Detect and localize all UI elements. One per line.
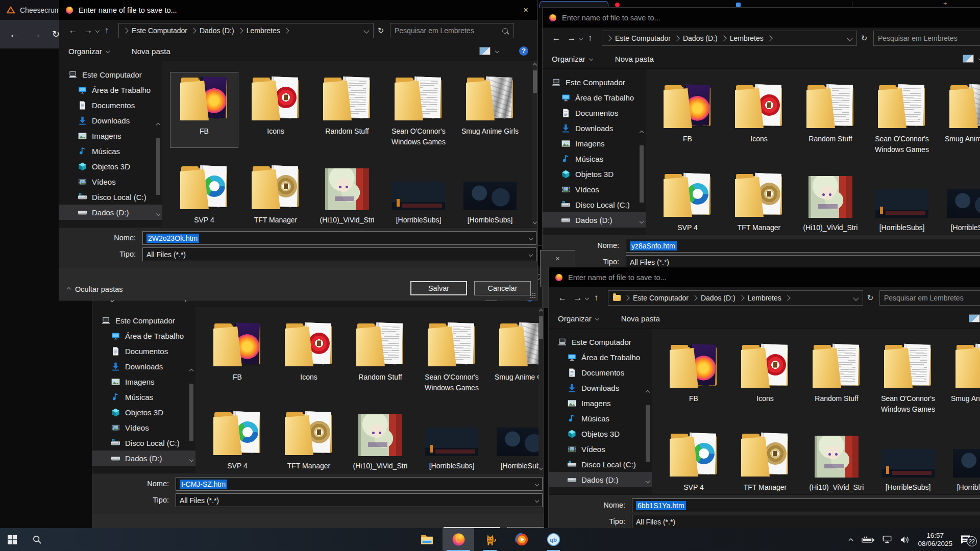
sidebar-item[interactable]: Disco Local (C:): [92, 435, 195, 450]
volume-icon[interactable]: [900, 536, 910, 544]
taskbar-clock[interactable]: 16:57 08/06/2025: [918, 532, 952, 548]
scroll-up-icon[interactable]: [156, 123, 160, 127]
start-button[interactable]: [0, 528, 24, 551]
file-item[interactable]: Icons: [731, 340, 799, 415]
sidebar-item[interactable]: Músicas: [549, 411, 652, 426]
breadcrumb-item[interactable]: Este Computador: [132, 27, 187, 35]
file-item[interactable]: Random Stuff: [803, 340, 870, 415]
sidebar-item[interactable]: Disco Local (C:): [549, 457, 652, 472]
file-item[interactable]: SVP 4: [170, 161, 238, 226]
sidebar-item[interactable]: Objetos 3D: [59, 159, 162, 174]
sidebar-item[interactable]: Dados (D:): [549, 472, 652, 487]
scroll-down-icon[interactable]: [189, 458, 193, 462]
resize-grip[interactable]: [530, 292, 536, 298]
sidebar-item[interactable]: Vídeos: [549, 441, 652, 457]
breadcrumb-item[interactable]: Este Computador: [633, 294, 689, 302]
file-item[interactable]: TFT Manager: [242, 161, 309, 226]
scrollbar-thumb[interactable]: [640, 145, 644, 203]
sidebar-item[interactable]: Disco Local (C:): [543, 197, 646, 212]
network-icon[interactable]: [882, 535, 893, 544]
sidebar-item[interactable]: Documentos: [549, 365, 652, 380]
search-input[interactable]: Pesquisar em Lembretes: [390, 23, 514, 38]
browser-reload-icon[interactable]: ↻: [52, 29, 60, 40]
organize-menu[interactable]: Organizar: [552, 55, 593, 63]
file-item[interactable]: Icons: [725, 80, 793, 155]
sidebar-item[interactable]: Documentos: [92, 343, 195, 359]
file-item[interactable]: FB: [654, 80, 721, 155]
filename-input[interactable]: I-CMJ-SZ.htm: [176, 477, 543, 491]
address-dropdown-chevron[interactable]: [847, 35, 852, 41]
close-icon[interactable]: ×: [520, 5, 531, 15]
taskbar-app[interactable]: [506, 528, 537, 551]
sidebar-item[interactable]: Imagens: [543, 136, 646, 151]
close-icon[interactable]: ×: [555, 254, 560, 263]
new-tab-icon[interactable]: +: [943, 0, 947, 7]
chevron-down-icon[interactable]: [535, 482, 539, 486]
breadcrumb-item[interactable]: Dados (D:): [200, 27, 234, 35]
organize-menu[interactable]: Organizar: [558, 314, 599, 323]
taskbar-app[interactable]: [411, 528, 443, 551]
sidebar-item[interactable]: Downloads: [543, 120, 646, 136]
breadcrumb-item[interactable]: Este Computador: [615, 34, 671, 42]
scroll-down-icon[interactable]: [640, 219, 644, 223]
file-item[interactable]: [HorribleSubs]: [940, 169, 980, 233]
breadcrumb-item[interactable]: Dados (D:): [683, 34, 718, 42]
filename-input[interactable]: yz8aSnfo.htm: [626, 239, 980, 253]
file-item[interactable]: FB: [660, 340, 727, 415]
view-options-icon[interactable]: [479, 47, 491, 55]
sidebar-scrollbar[interactable]: [189, 307, 194, 473]
sidebar-item[interactable]: Dados (D:): [543, 212, 646, 228]
sidebar-item[interactable]: Este Computador: [549, 334, 652, 349]
dialog-titlebar[interactable]: Enter name of file to save to... ×: [543, 8, 980, 28]
active-tab-outline[interactable]: [540, 1, 608, 8]
sidebar-item[interactable]: Este Computador: [59, 67, 162, 82]
file-item[interactable]: FB: [170, 72, 238, 147]
new-folder-button[interactable]: Nova pasta: [132, 47, 170, 56]
file-item[interactable]: (Hi10)_ViVid_Stri: [797, 169, 864, 233]
action-center-button[interactable]: 22: [960, 535, 971, 544]
sidebar-item[interactable]: Imagens: [59, 128, 162, 143]
file-item[interactable]: [HorribleSubs]: [946, 429, 980, 493]
sidebar-item[interactable]: Área de Trabalho: [543, 90, 646, 105]
address-bar[interactable]: Este Computador Dados (D:) Lembretes: [608, 290, 863, 306]
sidebar-item[interactable]: Disco Local (C:): [59, 189, 162, 205]
file-item[interactable]: TFT Manager: [275, 407, 342, 471]
scroll-up-icon[interactable]: [640, 131, 644, 135]
file-list-scrollbar[interactable]: [538, 307, 544, 473]
file-item[interactable]: Smug Anime Girls: [946, 340, 980, 415]
chevron-down-icon[interactable]: [529, 236, 533, 240]
file-item[interactable]: TFT Manager: [731, 429, 799, 493]
file-item[interactable]: [HorribleSubs]: [874, 429, 942, 493]
sidebar-item[interactable]: Objetos 3D: [92, 405, 195, 420]
sidebar-item[interactable]: Objetos 3D: [543, 166, 646, 182]
scroll-down-icon[interactable]: [156, 212, 160, 216]
sidebar-item[interactable]: Documentos: [543, 105, 646, 120]
dialog-titlebar[interactable]: Enter name of file to save to... ×: [59, 0, 537, 20]
organize-menu[interactable]: Organizar: [68, 47, 109, 56]
file-item[interactable]: SVP 4: [660, 429, 727, 493]
file-item[interactable]: [HorribleSubs]: [385, 161, 452, 226]
sidebar-item[interactable]: Downloads: [549, 380, 652, 395]
scroll-down-icon[interactable]: [533, 220, 537, 224]
address-bar[interactable]: Este Computador Dados (D:) Lembretes: [602, 31, 857, 46]
save-button[interactable]: Salvar: [410, 281, 467, 295]
taskbar-app[interactable]: [443, 528, 474, 551]
forward-button[interactable]: →: [570, 293, 585, 303]
taskbar-search-button[interactable]: [24, 528, 49, 551]
file-item[interactable]: Smug Anime Girls: [489, 318, 544, 393]
filetype-select[interactable]: All Files (*.*): [626, 255, 980, 269]
new-folder-button[interactable]: Nova pasta: [621, 314, 660, 323]
sidebar-item[interactable]: Área de Trabalho: [59, 82, 162, 97]
help-icon[interactable]: ?: [519, 46, 528, 56]
sidebar-item[interactable]: Este Computador: [543, 74, 646, 90]
sidebar-item[interactable]: Dados (D:): [92, 450, 195, 466]
sidebar-item[interactable]: Imagens: [549, 395, 652, 411]
file-item[interactable]: [HorribleSubs]: [489, 407, 544, 471]
address-dropdown-chevron[interactable]: [853, 295, 859, 300]
file-item[interactable]: [HorribleSubs]: [456, 161, 524, 226]
sidebar-item[interactable]: Documentos: [59, 97, 162, 113]
sidebar-item[interactable]: Imagens: [92, 374, 195, 389]
scroll-down-icon[interactable]: [539, 466, 543, 470]
tray-chevron-icon[interactable]: [847, 536, 854, 543]
sidebar-item[interactable]: Dados (D:): [59, 205, 162, 220]
